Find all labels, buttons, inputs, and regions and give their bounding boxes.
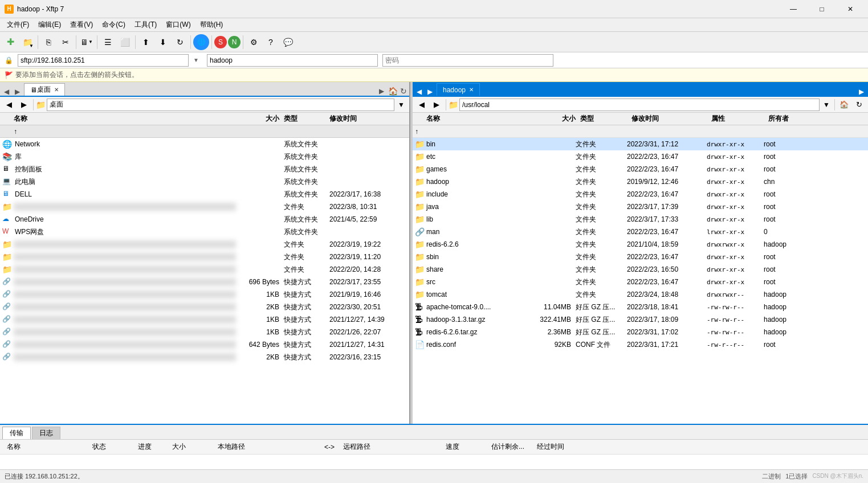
- right-tab-next[interactable]: ▶: [426, 88, 434, 96]
- help-button[interactable]: ?: [263, 34, 279, 50]
- right-row-tomcat[interactable]: 📁 tomcat 文件夹 2022/3/24, 18:48 drwxrwxr--…: [413, 288, 868, 301]
- left-panel-home[interactable]: 🏠: [388, 87, 398, 96]
- comment-button[interactable]: 💬: [280, 34, 296, 50]
- right-row-sbin[interactable]: 📁 sbin 文件夹 2022/2/23, 16:47 drwxr-xr-x r…: [413, 251, 868, 263]
- menu-view[interactable]: 查看(V): [66, 19, 97, 31]
- left-row-wpsdisk[interactable]: W WPS网盘 系统文件夹: [0, 226, 409, 238]
- left-forward-button[interactable]: ▶: [17, 98, 31, 112]
- left-row-onedrive[interactable]: ☁ OneDrive 系统文件夹 2021/4/5, 22:59: [0, 213, 409, 226]
- right-row-src[interactable]: 📁 src 文件夹 2022/2/23, 16:47 drwxr-xr-x ro…: [413, 276, 868, 288]
- menu-window[interactable]: 窗口(W): [161, 19, 195, 31]
- left-row-b7[interactable]: 🔗 1KB 快捷方式 2021/9/19, 16:46: [0, 288, 409, 301]
- left-row-dell[interactable]: 🖥 DELL 系统文件夹 2022/3/17, 16:38: [0, 188, 409, 200]
- right-tab-prev[interactable]: ◀: [415, 88, 423, 96]
- go-icon[interactable]: N: [228, 36, 241, 48]
- username-input[interactable]: [207, 54, 378, 67]
- left-row-b3[interactable]: 📁 文件夹 2022/3/19, 19:22: [0, 238, 409, 251]
- stop-icon[interactable]: S: [214, 36, 227, 48]
- menu-file[interactable]: 文件(F): [2, 19, 34, 31]
- menu-command[interactable]: 命令(C): [97, 19, 130, 31]
- left-col-type[interactable]: 类型: [282, 114, 327, 124]
- close-button[interactable]: ✕: [837, 1, 863, 17]
- right-path-input[interactable]: [459, 99, 820, 111]
- right-up-dir[interactable]: ↑: [413, 125, 868, 138]
- right-tab-right[interactable]: ▶: [857, 88, 866, 96]
- left-path-dropdown[interactable]: ▼: [396, 101, 407, 109]
- right-col-type[interactable]: 类型: [578, 114, 629, 124]
- right-row-redis-tar[interactable]: 🗜 redis-6.2.6.tar.gz 2.36MB 好压 GZ 压... 2…: [413, 326, 868, 338]
- new-session-button[interactable]: ✚: [2, 34, 18, 50]
- right-forward-button[interactable]: ▶: [430, 98, 443, 112]
- minimize-button[interactable]: —: [780, 1, 806, 17]
- right-row-apache-tomcat[interactable]: 🗜 apache-tomcat-9.0.... 11.04MB 好压 GZ 压.…: [413, 301, 868, 313]
- address-input[interactable]: [18, 54, 189, 67]
- right-col-owner[interactable]: 所有者: [766, 114, 800, 124]
- left-row-b6[interactable]: 🔗 696 Bytes 快捷方式 2022/3/17, 23:55: [0, 276, 409, 288]
- maximize-button[interactable]: □: [809, 1, 835, 17]
- right-row-hadoop-tar[interactable]: 🗜 hadoop-3.1.3.tar.gz 322.41MB 好压 GZ 压..…: [413, 313, 868, 326]
- right-tab-close[interactable]: ✕: [469, 87, 474, 93]
- left-row-b4[interactable]: 📁 文件夹 2022/3/19, 11:20: [0, 251, 409, 263]
- left-file-list[interactable]: ↑ 🌐 Network 系统文件夹 📚 库 系统文件夹 🖥 控制面板: [0, 125, 409, 424]
- left-path-input[interactable]: [47, 99, 394, 111]
- cut-button[interactable]: ✂: [58, 34, 74, 50]
- left-tab-desktop[interactable]: 🖥 桌面 ✕: [24, 83, 65, 96]
- left-row-b9[interactable]: 🔗 1KB 快捷方式 2021/12/27, 14:39: [0, 313, 409, 326]
- left-row-blur1[interactable]: 📁 文件夹 2022/3/8, 10:31: [0, 200, 409, 213]
- right-row-etc[interactable]: 📁 etc 文件夹 2022/2/23, 16:47 drwxr-xr-x ro…: [413, 150, 868, 163]
- left-row-controlpanel[interactable]: 🖥 控制面板 系统文件夹: [0, 163, 409, 175]
- right-row-redis-dir[interactable]: 📁 redis-6.2.6 文件夹 2021/10/4, 18:59 drwxr…: [413, 238, 868, 251]
- sync-button[interactable]: ↻: [172, 34, 188, 50]
- left-back-button[interactable]: ◀: [2, 98, 16, 112]
- tab-log[interactable]: 日志: [32, 427, 60, 439]
- download-button[interactable]: ⬇: [155, 34, 171, 50]
- menu-edit[interactable]: 编辑(E): [34, 19, 66, 31]
- right-col-date[interactable]: 修改时间: [629, 114, 709, 124]
- tab-transfer[interactable]: 传输: [2, 427, 31, 439]
- menu-tools[interactable]: 工具(T): [130, 19, 161, 31]
- left-col-name[interactable]: 名称: [11, 114, 236, 124]
- right-row-games[interactable]: 📁 games 文件夹 2022/2/23, 16:47 drwxr-xr-x …: [413, 163, 868, 175]
- open-button[interactable]: 📁 ▼: [19, 34, 35, 50]
- left-panel-refresh[interactable]: ↻: [400, 87, 407, 96]
- right-file-list[interactable]: ↑ 📁 bin 文件夹 2022/3/31, 17:12 drwxr-xr-x …: [413, 125, 868, 424]
- left-row-mypc[interactable]: 💻 此电脑 系统文件夹: [0, 175, 409, 188]
- right-col-size[interactable]: 大小: [527, 114, 578, 124]
- left-row-b11[interactable]: 🔗 642 Bytes 快捷方式 2021/12/27, 14:31: [0, 338, 409, 351]
- left-tab-next[interactable]: ▶: [13, 88, 22, 96]
- left-col-date[interactable]: 修改时间: [327, 114, 407, 124]
- right-path-dropdown[interactable]: ▼: [821, 101, 832, 109]
- right-row-man[interactable]: 🔗 man 文件夹 2022/2/23, 16:47 lrwxr-xr-x 0: [413, 226, 868, 238]
- left-row-library[interactable]: 📚 库 系统文件夹: [0, 150, 409, 163]
- right-col-perm[interactable]: 属性: [709, 114, 766, 124]
- address-dropdown[interactable]: ▼: [193, 57, 202, 63]
- settings-button[interactable]: ⚙: [246, 34, 262, 50]
- left-row-b12[interactable]: 🔗 2KB 快捷方式 2022/3/16, 23:15: [0, 351, 409, 363]
- password-input[interactable]: [382, 54, 553, 67]
- left-tab-prev[interactable]: ◀: [2, 88, 11, 96]
- copy-button[interactable]: ⎘: [40, 34, 56, 50]
- right-row-share[interactable]: 📁 share 文件夹 2022/2/23, 16:50 drwxr-xr-x …: [413, 263, 868, 276]
- nav-button[interactable]: 🖥 ▼: [79, 34, 95, 50]
- left-row-b5[interactable]: 📁 文件夹 2022/2/20, 14:28: [0, 263, 409, 276]
- left-row-b10[interactable]: 🔗 1KB 快捷方式 2022/1/26, 22:07: [0, 326, 409, 338]
- left-tab-right[interactable]: ▶: [377, 87, 386, 95]
- right-row-redis-conf[interactable]: 📄 redis.conf 92KB CONF 文件 2022/3/31, 17:…: [413, 338, 868, 351]
- right-row-bin[interactable]: 📁 bin 文件夹 2022/3/31, 17:12 drwxr-xr-x ro…: [413, 138, 868, 150]
- upload-button[interactable]: ⬆: [138, 34, 154, 50]
- right-row-lib[interactable]: 📁 lib 文件夹 2022/3/17, 17:33 drwxr-xr-x ro…: [413, 213, 868, 226]
- right-row-java[interactable]: 📁 java 文件夹 2022/3/17, 17:39 drwxr-xr-x r…: [413, 200, 868, 213]
- right-home-button[interactable]: 🏠: [837, 98, 851, 112]
- left-row-network[interactable]: 🌐 Network 系统文件夹: [0, 138, 409, 150]
- layout-button[interactable]: ☰: [100, 34, 116, 50]
- right-row-include[interactable]: 📁 include 文件夹 2022/2/23, 16:47 drwxr-xr-…: [413, 188, 868, 200]
- panel-button[interactable]: ⬜: [117, 34, 133, 50]
- menu-help[interactable]: 帮助(H): [195, 19, 228, 31]
- left-col-size[interactable]: 大小: [236, 114, 282, 124]
- right-col-name[interactable]: 名称: [424, 114, 527, 124]
- left-tab-close[interactable]: ✕: [54, 87, 59, 93]
- right-refresh-button[interactable]: ↻: [852, 98, 866, 112]
- left-row-b8[interactable]: 🔗 2KB 快捷方式 2022/3/30, 20:51: [0, 301, 409, 313]
- right-tab-hadoop[interactable]: hadoop ✕: [437, 83, 480, 96]
- right-back-button[interactable]: ◀: [415, 98, 429, 112]
